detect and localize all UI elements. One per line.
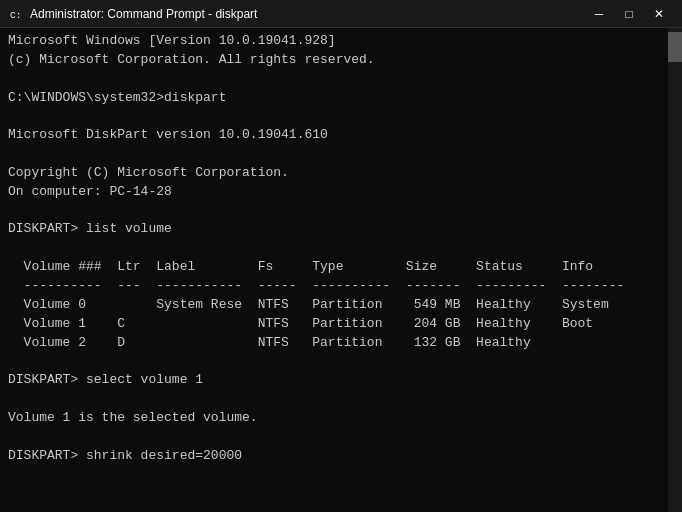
console-line: Copyright (C) Microsoft Corporation. [8, 164, 674, 183]
console-line: Volume 2 D NTFS Partition 132 GB Healthy [8, 334, 674, 353]
console-line: DISKPART> select volume 1 [8, 371, 674, 390]
console-line: Microsoft Windows [Version 10.0.19041.92… [8, 32, 674, 51]
titlebar: C: Administrator: Command Prompt - diskp… [0, 0, 682, 28]
console-line: Microsoft DiskPart version 10.0.19041.61… [8, 126, 674, 145]
maximize-button[interactable]: □ [614, 0, 644, 28]
console-line [8, 428, 674, 447]
console-line: (c) Microsoft Corporation. All rights re… [8, 51, 674, 70]
console-line: Volume 1 C NTFS Partition 204 GB Healthy… [8, 315, 674, 334]
console-line: DISKPART> shrink desired=20000 [8, 447, 674, 466]
scrollbar-thumb[interactable] [668, 32, 682, 62]
console-line: C:\WINDOWS\system32>diskpart [8, 89, 674, 108]
console-line: DISKPART> list volume [8, 220, 674, 239]
window-title: Administrator: Command Prompt - diskpart [30, 7, 257, 21]
console-area[interactable]: Microsoft Windows [Version 10.0.19041.92… [0, 28, 682, 512]
console-line [8, 503, 674, 512]
console-line: ---------- --- ----------- ----- -------… [8, 277, 674, 296]
console-line: On computer: PC-14-28 [8, 183, 674, 202]
svg-text:C:: C: [10, 10, 22, 21]
close-button[interactable]: ✕ [644, 0, 674, 28]
console-output: Microsoft Windows [Version 10.0.19041.92… [8, 32, 674, 512]
window-controls: ─ □ ✕ [584, 0, 674, 28]
console-line [8, 70, 674, 89]
console-line [8, 465, 674, 484]
minimize-button[interactable]: ─ [584, 0, 614, 28]
console-line: Volume ### Ltr Label Fs Type Size Status… [8, 258, 674, 277]
titlebar-left: C: Administrator: Command Prompt - diskp… [8, 6, 257, 22]
console-line [8, 390, 674, 409]
cmd-icon: C: [8, 6, 24, 22]
console-line [8, 352, 674, 371]
console-line [8, 484, 674, 503]
console-line [8, 145, 674, 164]
command-prompt-window: C: Administrator: Command Prompt - diskp… [0, 0, 682, 512]
console-line [8, 239, 674, 258]
scrollbar[interactable] [668, 28, 682, 512]
console-line: Volume 0 System Rese NTFS Partition 549 … [8, 296, 674, 315]
console-line: Volume 1 is the selected volume. [8, 409, 674, 428]
console-line [8, 202, 674, 221]
console-line [8, 107, 674, 126]
